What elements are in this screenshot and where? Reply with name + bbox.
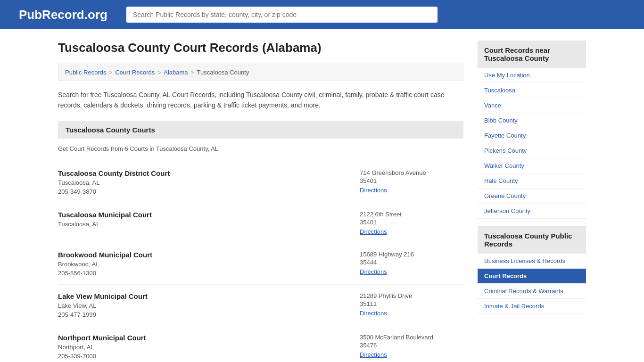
list-item: Vance [478, 98, 586, 113]
court-name: Tuscaloosa Municipal Court [58, 211, 152, 219]
court-city: Tuscaloosa, AL [58, 221, 152, 228]
court-phone: 205-349-3870 [58, 188, 170, 195]
sidebar-pubrecords-link[interactable]: Inmate & Jail Records [478, 299, 586, 314]
sidebar-nearby-link[interactable]: Walker County [478, 158, 586, 173]
court-address: 2122 6th Street [360, 211, 463, 218]
nearby-list: Use My LocationTuscaloosaVanceBibb Count… [478, 68, 586, 219]
list-item: Inmate & Jail Records [478, 299, 586, 314]
court-name: Northport Municipal Court [58, 334, 146, 342]
court-zip: 35111 [360, 300, 463, 307]
sidebar-pubrecords-header: Tuscaloosa County Public Records [478, 226, 586, 254]
court-name: Brookwood Municipal Court [58, 251, 152, 259]
page-description: Search for free Tuscaloosa County, AL Co… [58, 90, 463, 111]
breadcrumb: Public Records > Court Records > Alabama… [58, 64, 463, 81]
table-row: Brookwood Municipal CourtBrookwood, AL20… [58, 243, 463, 285]
list-item: Business Licenses & Records [478, 254, 586, 269]
list-item: Bibb County [478, 113, 586, 128]
sidebar-pubrecords-link[interactable]: Criminal Records & Warrants [478, 284, 586, 299]
sidebar-pubrecords-link[interactable]: Business Licenses & Records [478, 254, 586, 269]
court-name: Tuscaloosa County District Court [58, 169, 170, 177]
breadcrumb-court-records[interactable]: Court Records [115, 69, 155, 76]
sidebar-nearby-link[interactable]: Jefferson County [478, 204, 586, 219]
sidebar-nearby-link[interactable]: Use My Location [478, 68, 586, 83]
list-item: Hale County [478, 173, 586, 189]
courts-list: Tuscaloosa County District CourtTuscaloo… [58, 162, 463, 362]
court-address: 15689 Highway 216 [360, 251, 463, 258]
court-phone: 205-556-1300 [58, 270, 152, 277]
breadcrumb-sep-2: > [157, 69, 161, 76]
list-item: Court Records [478, 269, 586, 284]
court-address: 3500 McFarland Boulevard [360, 334, 463, 341]
list-item: Criminal Records & Warrants [478, 284, 586, 299]
list-item: Tuscaloosa [478, 83, 586, 98]
table-row: Tuscaloosa County District CourtTuscaloo… [58, 162, 463, 203]
sidebar-nearby-link[interactable]: Pickens County [478, 143, 586, 158]
court-name: Lake View Municipal Court [58, 292, 148, 300]
court-zip: 35401 [360, 177, 463, 184]
list-item: Walker County [478, 158, 586, 173]
directions-link[interactable]: Directions [360, 310, 387, 317]
courts-count: Get Court Records from 6 Courts in Tusca… [58, 145, 463, 152]
search-container [126, 7, 438, 23]
breadcrumb-alabama[interactable]: Alabama [164, 69, 188, 76]
sidebar-nearby-link[interactable]: Greene County [478, 189, 586, 204]
directions-link[interactable]: Directions [360, 268, 387, 275]
site-header: PubRecord.org [0, 0, 644, 29]
breadcrumb-sep-3: > [191, 69, 194, 76]
list-item: Pickens County [478, 143, 586, 158]
breadcrumb-sep-1: > [109, 69, 112, 76]
directions-link[interactable]: Directions [360, 351, 387, 358]
search-input[interactable] [126, 7, 438, 23]
list-item: Greene County [478, 189, 586, 204]
court-address: 714 Greensboro Avenue [360, 169, 463, 176]
court-city: Brookwood, AL [58, 261, 152, 268]
breadcrumb-current: Tuscaloosa County [197, 69, 249, 76]
table-row: Tuscaloosa Municipal CourtTuscaloosa, AL… [58, 203, 463, 243]
court-zip: 35476 [360, 342, 463, 349]
site-logo[interactable]: PubRecord.org [19, 8, 107, 22]
sidebar-nearby-link[interactable]: Fayette County [478, 128, 586, 143]
directions-link[interactable]: Directions [360, 187, 387, 194]
court-zip: 35401 [360, 219, 463, 226]
list-item: Fayette County [478, 128, 586, 143]
court-city: Northport, AL [58, 344, 146, 351]
sidebar-nearby-link[interactable]: Bibb County [478, 113, 586, 128]
sidebar-nearby-link[interactable]: Hale County [478, 173, 586, 189]
main-content: Tuscaloosa County Court Records (Alabama… [58, 41, 463, 362]
list-item: Jefferson County [478, 204, 586, 219]
pubrecords-list: Business Licenses & RecordsCourt Records… [478, 254, 586, 314]
main-layout: Tuscaloosa County Court Records (Alabama… [39, 29, 605, 362]
table-row: Northport Municipal CourtNorthport, AL20… [58, 326, 463, 362]
page-title: Tuscaloosa County Court Records (Alabama… [58, 41, 463, 55]
court-city: Lake View, AL [58, 302, 148, 309]
list-item: Use My Location [478, 68, 586, 83]
sidebar-nearby-header: Court Records near Tuscaloosa County [478, 41, 586, 68]
court-zip: 35444 [360, 259, 463, 266]
courts-section-header: Tuscaloosa County Courts [58, 121, 463, 139]
sidebar: Court Records near Tuscaloosa County Use… [478, 41, 586, 362]
breadcrumb-public-records[interactable]: Public Records [65, 69, 106, 76]
court-phone: 205-339-7000 [58, 353, 146, 360]
court-address: 21289 Phyllis Drive [360, 292, 463, 299]
sidebar-pubrecords-link[interactable]: Court Records [478, 269, 586, 284]
directions-link[interactable]: Directions [360, 228, 387, 235]
table-row: Lake View Municipal CourtLake View, AL20… [58, 285, 463, 326]
sidebar-nearby-link[interactable]: Vance [478, 98, 586, 113]
court-city: Tuscaloosa, AL [58, 179, 170, 186]
sidebar-nearby-link[interactable]: Tuscaloosa [478, 83, 586, 98]
court-phone: 205-477-1999 [58, 311, 148, 318]
